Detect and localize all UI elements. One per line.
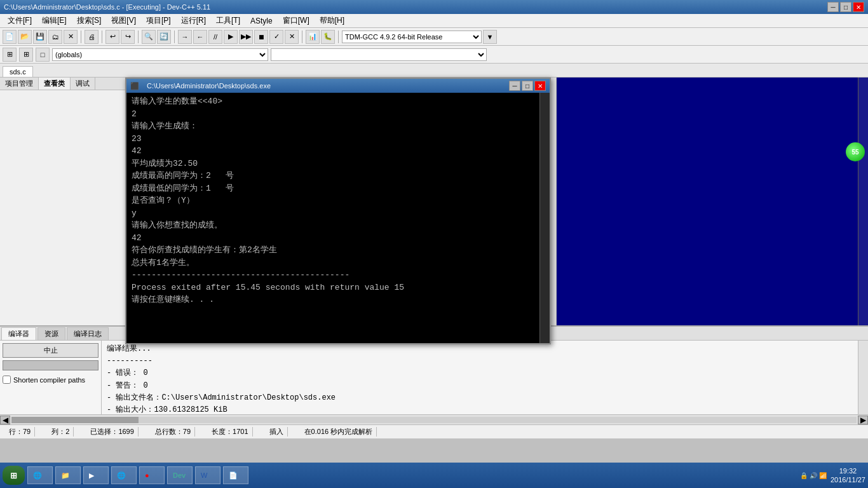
globals-select[interactable]: (globals) <box>52 48 268 61</box>
console-close[interactable]: ✕ <box>534 81 546 91</box>
right-scrollbar[interactable] <box>858 78 868 325</box>
console-content: 请输入学生的数量<<40> 2 请输入学生成绩： 23 42 平均成绩为32.5… <box>126 93 550 343</box>
taskbar-notepad[interactable]: 📄 <box>223 466 248 484</box>
cancel-button[interactable]: 中止 <box>3 343 98 358</box>
bottom-scrollbar[interactable] <box>858 341 868 414</box>
taskbar-browser[interactable]: 🌐 <box>111 466 137 484</box>
menu-astyle[interactable]: AStyle <box>245 15 278 27</box>
status-col: 列：2 <box>48 427 74 437</box>
toggle-comment[interactable]: // <box>208 30 222 44</box>
hscroll-right[interactable]: ▶ <box>858 416 868 424</box>
chart-btn[interactable]: 📊 <box>306 30 320 44</box>
clock: 19:32 2016/11/27 <box>831 466 865 485</box>
bottom-tab-resources[interactable]: 资源 <box>37 327 65 340</box>
menu-edit[interactable]: 编辑[E] <box>37 14 72 27</box>
maximize-button[interactable]: □ <box>840 2 851 12</box>
console-min[interactable]: ─ <box>509 81 520 91</box>
menu-project[interactable]: 项目[P] <box>141 14 176 27</box>
console-scrollbar[interactable] <box>539 93 550 343</box>
debug-step3[interactable]: □ <box>36 48 50 62</box>
separator4 <box>174 30 175 43</box>
new-button[interactable]: 📄 <box>3 30 17 44</box>
taskbar-media[interactable]: ▶ <box>83 466 109 484</box>
save-all-button[interactable]: 🗂 <box>48 30 62 44</box>
bottom-hscrollbar[interactable]: ◀ ▶ <box>0 414 868 424</box>
compile-output: 编译结果... ---------- - 错误： 0 - 警告： 0 - 输出文… <box>102 341 858 414</box>
function-select[interactable] <box>271 48 487 61</box>
right-panel: 55 <box>557 78 868 325</box>
output-errors: - 错误： 0 <box>107 367 853 379</box>
debug-step2[interactable]: ⊞ <box>19 48 33 62</box>
taskbar-devcpp[interactable]: Dev <box>167 466 193 484</box>
sidebar-tab-project[interactable]: 项目管理 <box>0 78 39 90</box>
menu-search[interactable]: 搜索[S] <box>72 14 107 27</box>
output-warnings: - 警告： 0 <box>107 380 853 392</box>
find-button[interactable]: 🔍 <box>142 30 156 44</box>
status-parse: 在0.016 秒内完成解析 <box>301 427 377 437</box>
menu-help[interactable]: 帮助[H] <box>315 14 349 27</box>
undo-button[interactable]: ↩ <box>105 30 119 44</box>
menu-file[interactable]: 文件[F] <box>3 14 37 27</box>
bottom-content: 中止 Shorten compiler paths 编译结果... ------… <box>0 341 868 414</box>
sidebar-tab-class[interactable]: 查看类 <box>39 78 71 90</box>
save-button[interactable]: 💾 <box>33 30 47 44</box>
console-icon: ⬛ <box>130 82 139 90</box>
console-line-14: 总共有1名学生。 <box>132 257 545 269</box>
hscroll-track[interactable] <box>11 417 857 423</box>
output-separator: ---------- <box>107 355 853 367</box>
bottom-tab-compiler[interactable]: 编译器 <box>1 327 36 340</box>
close-button[interactable]: ✕ <box>853 2 864 12</box>
print-button[interactable]: 🖨 <box>85 30 98 44</box>
compile-btn[interactable]: ▶ <box>224 30 238 44</box>
sidebar-tab-debug[interactable]: 调试 <box>71 78 95 90</box>
console-line-13: 符合你所查找成绩的学生有：第2名学生 <box>132 244 545 257</box>
taskbar-explorer[interactable]: 📁 <box>55 466 81 484</box>
indent-button[interactable]: → <box>178 30 192 44</box>
output-header: 编译结果... <box>107 343 853 355</box>
nav-toolbar: ⊞ ⊞ □ (globals) <box>0 46 868 64</box>
status-selected: 已选择：1699 <box>86 427 138 437</box>
unindent-button[interactable]: ← <box>193 30 207 44</box>
taskbar-red[interactable]: ● <box>139 466 165 484</box>
status-row: 行：79 <box>5 427 35 437</box>
menu-window[interactable]: 窗口[W] <box>278 14 315 27</box>
main-toolbar: 📄 📂 💾 🗂 ✕ 🖨 ↩ ↪ 🔍 🔄 → ← // ▶ ▶▶ ⏹ ✓ ✕ 📊 … <box>0 28 868 46</box>
menu-tools[interactable]: 工具[T] <box>211 14 245 27</box>
console-line-10: y <box>132 207 545 220</box>
hscroll-thumb[interactable] <box>11 417 139 423</box>
close-button2[interactable]: ✕ <box>64 30 78 44</box>
title-text: C:\Users\Administrator\Desktop\sds.c - [… <box>4 3 210 11</box>
shorten-checkbox[interactable] <box>3 376 11 384</box>
console-max[interactable]: □ <box>522 81 533 91</box>
console-line-6: 平均成绩为32.50 <box>132 158 545 170</box>
menu-run[interactable]: 运行[R] <box>176 14 211 27</box>
check-btn[interactable]: ✓ <box>269 30 283 44</box>
stop-btn[interactable]: ⏹ <box>254 30 268 44</box>
start-button[interactable]: ⊞ <box>3 466 25 485</box>
tab-sds[interactable]: sds.c <box>3 66 33 77</box>
debug-btn[interactable]: 🐛 <box>321 30 335 44</box>
open-button[interactable]: 📂 <box>18 30 32 44</box>
compiler-select[interactable]: TDM-GCC 4.9.2 64-bit Release <box>342 30 482 43</box>
console-line-8: 成绩最低的同学为：1 号 <box>132 182 545 195</box>
word-icon: W <box>201 471 207 479</box>
close-btn2[interactable]: ✕ <box>285 30 299 44</box>
separator3 <box>138 30 139 43</box>
minimize-button[interactable]: ─ <box>827 2 839 12</box>
compiler-settings[interactable]: ▼ <box>483 30 497 44</box>
run-btn[interactable]: ▶▶ <box>239 30 253 44</box>
taskbar-right: 🔒 🔊 📶 19:32 2016/11/27 <box>800 466 865 485</box>
replace-button[interactable]: 🔄 <box>157 30 171 44</box>
red-icon: ● <box>145 471 149 479</box>
taskbar-word[interactable]: W <box>195 466 220 484</box>
hscroll-left[interactable]: ◀ <box>0 416 10 424</box>
debug-step1[interactable]: ⊞ <box>3 48 17 62</box>
title-bar: C:\Users\Administrator\Desktop\sds.c - [… <box>0 0 868 14</box>
explorer-icon: 📁 <box>61 471 70 480</box>
redo-button[interactable]: ↪ <box>121 30 135 44</box>
taskbar-ie[interactable]: 🌐 <box>27 466 53 484</box>
menu-view[interactable]: 视图[V] <box>106 14 141 27</box>
shorten-label: Shorten compiler paths <box>13 376 85 384</box>
window-controls: ─ □ ✕ <box>827 2 864 12</box>
bottom-tab-log[interactable]: 编译日志 <box>67 327 109 340</box>
